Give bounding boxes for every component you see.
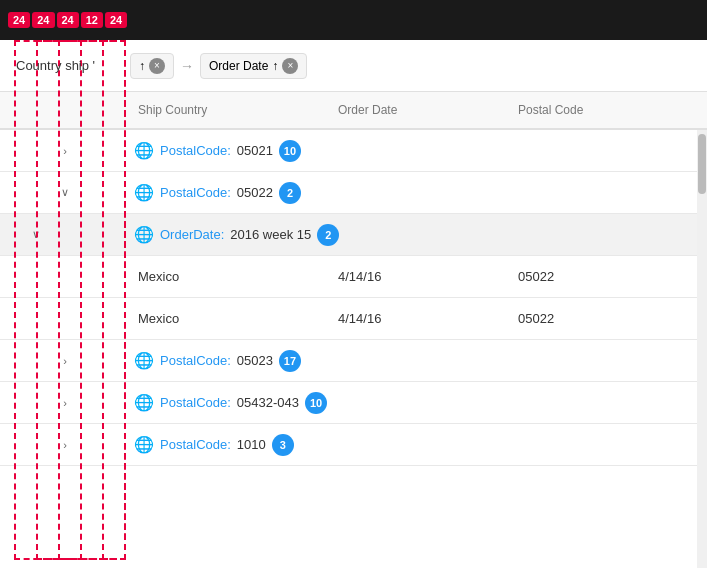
group-label-type-6: PostalCode: [160, 395, 231, 410]
group-value-6: 05432-043 [237, 395, 299, 410]
sub-group-icon-2: 🌐 [134, 225, 154, 244]
data-row-4: Mexico 4/14/16 05022 [0, 298, 707, 340]
group-icon-0: 🌐 [134, 141, 154, 160]
expand-cell-5[interactable]: › [0, 355, 130, 367]
filter-bar: ↑ × → Order Date ↑ × [0, 40, 707, 92]
badge-5: 24 [105, 12, 127, 28]
order-date-sort-pill[interactable]: Order Date ↑ × [200, 53, 307, 79]
group-icon-7: 🌐 [134, 435, 154, 454]
badge-1: 24 [8, 12, 30, 28]
group-row-1[interactable]: ∨ 🌐 PostalCode: 05022 2 [0, 172, 707, 214]
group-value-5: 05023 [237, 353, 273, 368]
table-header: Ship Country Order Date Postal Code [0, 92, 707, 130]
expand-cell-7[interactable]: › [0, 439, 130, 451]
group-icon-6: 🌐 [134, 393, 154, 412]
count-badge-5: 17 [279, 350, 301, 372]
sub-group-row-2[interactable]: ∨ 🌐 OrderDate: 2016 week 15 2 [0, 214, 707, 256]
sub-group-content-2: 🌐 OrderDate: 2016 week 15 2 [130, 224, 707, 246]
group-content-5: 🌐 PostalCode: 05023 17 [130, 350, 707, 372]
postal-code-cell-4: 05022 [510, 311, 707, 326]
postal-sort-arrow: ↑ [139, 59, 145, 73]
scrollbar-track[interactable] [697, 130, 707, 568]
count-badge-6: 10 [305, 392, 327, 414]
chevron-icon-7: › [57, 439, 73, 451]
sub-group-label-type-2: OrderDate: [160, 227, 224, 242]
count-badge-7: 3 [272, 434, 294, 456]
group-value-1: 05022 [237, 185, 273, 200]
postal-code-sort-pill[interactable]: ↑ × [130, 53, 174, 79]
sub-expand-cell-2[interactable]: ∨ [0, 228, 130, 241]
top-bar: 24 24 24 12 24 [0, 0, 707, 40]
chevron-icon-1: ∨ [57, 186, 73, 199]
ship-country-col-header: Ship Country [130, 103, 330, 117]
order-date-cell-3: 4/14/16 [330, 269, 510, 284]
group-value-0: 05021 [237, 143, 273, 158]
postal-code-cell-3: 05022 [510, 269, 707, 284]
sub-count-badge-2: 2 [317, 224, 339, 246]
table-body: › 🌐 PostalCode: 05021 10 ∨ 🌐 PostalCode:… [0, 130, 707, 568]
group-row-0[interactable]: › 🌐 PostalCode: 05021 10 [0, 130, 707, 172]
expand-cell-6[interactable]: › [0, 397, 130, 409]
badge-4: 12 [81, 12, 103, 28]
count-badge-1: 2 [279, 182, 301, 204]
ship-country-cell-4: Mexico [130, 311, 330, 326]
count-badge-0: 10 [279, 140, 301, 162]
group-icon-1: 🌐 [134, 183, 154, 202]
group-content-0: 🌐 PostalCode: 05021 10 [130, 140, 707, 162]
order-sort-close[interactable]: × [282, 58, 298, 74]
scrollbar-thumb[interactable] [698, 134, 706, 194]
expand-cell-1[interactable]: ∨ [0, 186, 130, 199]
group-row-7[interactable]: › 🌐 PostalCode: 1010 3 [0, 424, 707, 466]
group-label-type-0: PostalCode: [160, 143, 231, 158]
sub-group-value-2: 2016 week 15 [230, 227, 311, 242]
group-label-type-1: PostalCode: [160, 185, 231, 200]
chevron-icon-6: › [57, 397, 73, 409]
badge-3: 24 [57, 12, 79, 28]
group-row-5[interactable]: › 🌐 PostalCode: 05023 17 [0, 340, 707, 382]
group-content-1: 🌐 PostalCode: 05022 2 [130, 182, 707, 204]
order-sort-arrow: ↑ [272, 59, 278, 73]
group-value-7: 1010 [237, 437, 266, 452]
group-content-7: 🌐 PostalCode: 1010 3 [130, 434, 707, 456]
chevron-icon-2: ∨ [28, 228, 44, 241]
expand-cell-0[interactable]: › [0, 145, 130, 157]
group-label-type-7: PostalCode: [160, 437, 231, 452]
group-row-6[interactable]: › 🌐 PostalCode: 05432-043 10 [0, 382, 707, 424]
order-date-cell-4: 4/14/16 [330, 311, 510, 326]
postal-code-col-header: Postal Code [510, 103, 707, 117]
chevron-icon-0: › [57, 145, 73, 157]
chevron-icon-5: › [57, 355, 73, 367]
ship-country-cell-3: Mexico [130, 269, 330, 284]
order-date-col-header: Order Date [330, 103, 510, 117]
postal-sort-close[interactable]: × [149, 58, 165, 74]
group-label-type-5: PostalCode: [160, 353, 231, 368]
group-content-6: 🌐 PostalCode: 05432-043 10 [130, 392, 707, 414]
badge-2: 24 [32, 12, 54, 28]
arrow-right-icon: → [180, 58, 194, 74]
data-row-3: Mexico 4/14/16 05022 [0, 256, 707, 298]
order-date-sort-label: Order Date [209, 59, 268, 73]
group-icon-5: 🌐 [134, 351, 154, 370]
